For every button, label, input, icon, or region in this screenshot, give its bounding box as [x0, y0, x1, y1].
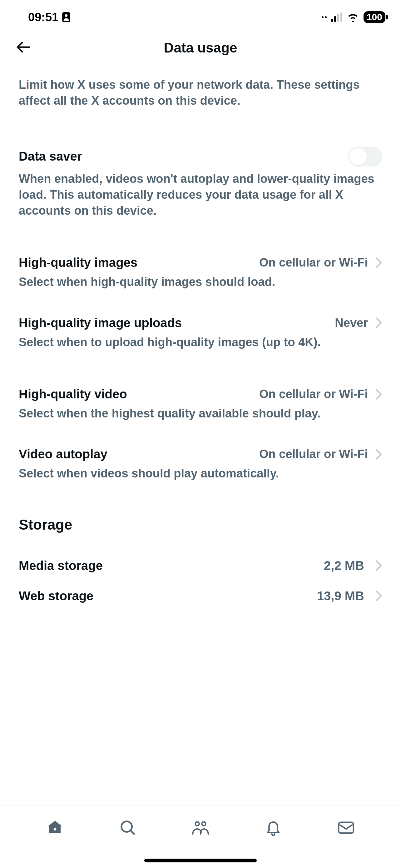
status-time: 09:51: [28, 11, 58, 24]
media-storage-title: Media storage: [19, 559, 103, 573]
chevron-right-icon: [375, 389, 382, 400]
page-title: Data usage: [15, 40, 386, 56]
content: Limit how X uses some of your network da…: [0, 77, 401, 611]
people-icon: [192, 819, 209, 836]
svg-point-6: [195, 822, 199, 826]
data-saver-row: Data saver When enabled, videos won't au…: [19, 147, 382, 219]
data-saver-toggle[interactable]: [348, 147, 382, 166]
person-badge-icon: [62, 12, 70, 22]
media-storage-value: 2,2 MB: [324, 559, 364, 573]
chevron-right-icon: [375, 590, 382, 601]
wifi-icon: [347, 12, 359, 22]
header: Data usage: [0, 31, 401, 64]
svg-rect-8: [338, 823, 353, 833]
hq-video-row[interactable]: High-quality video On cellular or Wi-Fi …: [19, 387, 382, 422]
signal-dots-icon: [322, 16, 327, 18]
status-right: 100: [322, 11, 386, 23]
chevron-right-icon: [375, 257, 382, 269]
svg-point-7: [202, 822, 205, 826]
hq-video-value: On cellular or Wi-Fi: [259, 388, 368, 401]
hq-images-title: High-quality images: [19, 256, 137, 270]
nav-home-button[interactable]: [45, 818, 64, 837]
intro-text: Limit how X uses some of your network da…: [19, 77, 382, 109]
status-bar: 09:51 100: [0, 0, 401, 31]
arrow-left-icon: [15, 39, 31, 55]
bell-icon: [265, 819, 282, 836]
signal-icon: [331, 12, 342, 22]
data-saver-title: Data saver: [19, 149, 82, 163]
home-indicator[interactable]: [144, 859, 257, 862]
hq-images-row[interactable]: High-quality images On cellular or Wi-Fi…: [19, 256, 382, 290]
nav-search-button[interactable]: [119, 818, 137, 837]
autoplay-title: Video autoplay: [19, 447, 107, 461]
hq-video-title: High-quality video: [19, 387, 127, 401]
media-storage-row[interactable]: Media storage 2,2 MB: [19, 551, 382, 581]
chevron-right-icon: [375, 449, 382, 460]
back-button[interactable]: [15, 39, 31, 56]
svg-line-5: [131, 831, 134, 834]
hq-uploads-row[interactable]: High-quality image uploads Never Select …: [19, 316, 382, 350]
web-storage-row[interactable]: Web storage 13,9 MB: [19, 581, 382, 611]
battery-icon: 100: [364, 11, 386, 23]
chevron-right-icon: [375, 560, 382, 571]
chevron-right-icon: [375, 317, 382, 329]
divider: [0, 499, 401, 499]
web-storage-title: Web storage: [19, 589, 93, 603]
status-time-wrap: 09:51: [28, 11, 70, 24]
hq-images-value: On cellular or Wi-Fi: [259, 256, 368, 269]
svg-point-1: [65, 14, 68, 17]
search-icon: [119, 819, 136, 836]
data-saver-desc: When enabled, videos won't autoplay and …: [19, 171, 382, 219]
nav-notifications-button[interactable]: [264, 818, 282, 837]
home-icon: [46, 819, 63, 836]
nav-communities-button[interactable]: [191, 818, 210, 837]
svg-point-3: [54, 828, 57, 831]
mail-icon: [337, 821, 355, 835]
storage-heading: Storage: [19, 516, 382, 533]
hq-uploads-title: High-quality image uploads: [19, 316, 182, 330]
hq-images-desc: Select when high-quality images should l…: [19, 274, 382, 290]
hq-uploads-desc: Select when to upload high-quality image…: [19, 334, 382, 350]
autoplay-row[interactable]: Video autoplay On cellular or Wi-Fi Sele…: [19, 447, 382, 482]
nav-messages-button[interactable]: [337, 818, 356, 837]
autoplay-desc: Select when videos should play automatic…: [19, 466, 382, 482]
hq-uploads-value: Never: [335, 316, 368, 330]
hq-video-desc: Select when the highest quality availabl…: [19, 406, 382, 422]
web-storage-value: 13,9 MB: [317, 589, 364, 603]
autoplay-value: On cellular or Wi-Fi: [259, 447, 368, 461]
battery-value: 100: [367, 12, 382, 22]
